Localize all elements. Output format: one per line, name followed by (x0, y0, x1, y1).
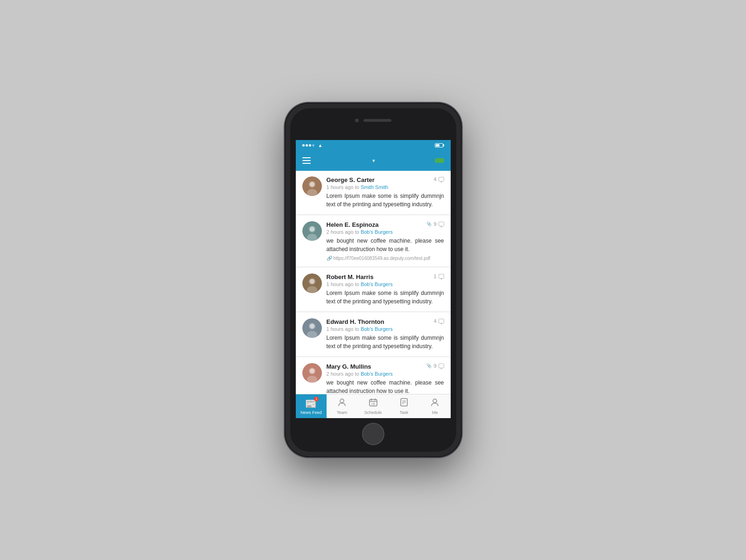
hamburger-line-1 (302, 157, 311, 158)
post-item[interactable]: Robert M. Harris 1 1 hours ago to Bob's … (296, 268, 451, 312)
task-icon (399, 398, 409, 409)
post-author: George S. Carter (327, 176, 375, 183)
post-meta-right: 1 (433, 273, 444, 279)
post-recipient: Bob's Burgers (361, 326, 393, 332)
hamburger-line-3 (302, 163, 311, 164)
post-body: Mary G. Mullins 📎 9 2 hours ago to Bob's… (327, 363, 444, 394)
post-meta-right: 4 (433, 176, 444, 182)
post-recipient: Bob's Burgers (361, 281, 393, 287)
avatar (302, 363, 322, 383)
post-time-to: 1 hours ago to Bob's Burgers (327, 326, 444, 332)
camera-dot (355, 119, 359, 122)
svg-point-19 (310, 369, 314, 373)
me-icon (430, 398, 439, 409)
post-link-url: https://f70ee016083549.as.deputy.com/tes… (334, 256, 431, 261)
svg-point-20 (340, 399, 344, 403)
tab-news-feed[interactable]: 📰 1 News Feed (296, 394, 327, 418)
hamburger-menu-icon[interactable] (302, 157, 311, 164)
avatar (302, 176, 322, 196)
battery-fill (436, 144, 439, 147)
comment-count: 9 (433, 221, 436, 227)
comment-count: 1 (433, 273, 436, 279)
post-body: Edward H. Thornton 4 1 hours ago to Bob'… (327, 318, 444, 350)
post-recipient: Bob's Burgers (361, 371, 393, 377)
signal-dots (302, 144, 314, 147)
tab-label: News Feed (300, 410, 322, 415)
post-time-to: 1 hours ago to Smith Smith (327, 184, 444, 190)
post-header: Robert M. Harris 1 (327, 273, 444, 280)
post-item[interactable]: Helen E. Espinoza 📎 9 2 hours ago to Bob… (296, 216, 451, 267)
svg-point-15 (310, 324, 314, 329)
post-header: Edward H. Thornton 4 (327, 318, 444, 325)
team-icon (337, 398, 347, 409)
phone-top-hardware (355, 119, 391, 122)
phone-frame: ▲ (285, 103, 462, 457)
link-icon: 🔗 (327, 256, 332, 261)
comment-icon (439, 319, 444, 323)
signal-dot-3 (309, 144, 311, 147)
post-text: we bought new coffee machine. please see… (327, 237, 444, 253)
tab-me[interactable]: Me (419, 394, 450, 418)
news-badge: 1 (314, 397, 319, 401)
post-author: Mary G. Mullins (327, 363, 371, 370)
post-text: we bought new coffee machine. please see… (327, 378, 444, 394)
attachment-icon: 📎 (426, 222, 432, 226)
svg-point-7 (310, 227, 314, 231)
comment-count: 4 (433, 318, 436, 324)
avatar (302, 318, 322, 338)
post-meta-right: 📎 9 (426, 221, 444, 227)
home-button[interactable] (362, 423, 384, 445)
tab-task[interactable]: Task (389, 394, 419, 418)
post-text: Lorem Ipsum make some is simplify dummnj… (327, 334, 444, 350)
battery-tip (443, 144, 444, 147)
comment-count: 9 (433, 363, 436, 369)
status-left: ▲ (302, 143, 323, 148)
post-body: George S. Carter 4 1 hours ago to Smith … (327, 176, 444, 209)
post-item[interactable]: Edward H. Thornton 4 1 hours ago to Bob'… (296, 313, 451, 357)
post-text: Lorem Ipsum make some is simplify dummnj… (327, 289, 444, 306)
status-bar: ▲ (296, 140, 451, 150)
post-time-to: 1 hours ago to Bob's Burgers (327, 281, 444, 287)
tab-schedule[interactable]: Schedule (357, 394, 388, 418)
svg-point-11 (310, 279, 314, 284)
wifi-icon: ▲ (318, 143, 323, 148)
post-meta-right: 📎 9 (426, 363, 444, 369)
svg-rect-21 (370, 399, 377, 406)
nav-chevron-icon: ▼ (371, 158, 376, 163)
svg-point-3 (310, 182, 314, 187)
post-header: Helen E. Espinoza 📎 9 (327, 221, 444, 228)
post-item[interactable]: Mary G. Mullins 📎 9 2 hours ago to Bob's… (296, 357, 451, 394)
tab-label: Me (432, 410, 438, 415)
tab-team[interactable]: Team (327, 394, 357, 418)
comment-icon (439, 364, 444, 368)
post-body: Helen E. Espinoza 📎 9 2 hours ago to Bob… (327, 221, 444, 261)
nav-title: ▼ (369, 158, 376, 163)
screen: ▲ (296, 140, 451, 418)
svg-point-33 (433, 399, 437, 403)
post-header: George S. Carter 4 (327, 176, 444, 183)
status-right (432, 143, 444, 147)
post-header: Mary G. Mullins 📎 9 (327, 363, 444, 370)
new-post-button[interactable] (435, 158, 444, 163)
hamburger-line-2 (302, 160, 311, 161)
tab-bar: 📰 1 News Feed Team Schedule (296, 394, 451, 418)
post-text: Lorem Ipsum make some is simplify dummnj… (327, 192, 444, 209)
battery-body (435, 143, 443, 147)
signal-dot-4 (312, 144, 314, 147)
signal-dot-2 (306, 144, 308, 147)
tab-label: Task (400, 410, 409, 415)
post-time-to: 2 hours ago to Bob's Burgers (327, 371, 444, 377)
speaker-bar (363, 119, 391, 122)
tab-label: Schedule (364, 410, 382, 415)
tab-label: Team (337, 410, 347, 415)
post-recipient: Bob's Burgers (361, 229, 393, 235)
nav-bar: ▼ (296, 150, 451, 171)
schedule-icon (369, 398, 378, 409)
post-meta-right: 4 (433, 318, 444, 324)
phone-device: ▲ (285, 103, 462, 457)
comment-icon (439, 177, 444, 182)
post-link[interactable]: 🔗 https://f70ee016083549.as.deputy.com/t… (327, 256, 444, 261)
post-item[interactable]: George S. Carter 4 1 hours ago to Smith … (296, 171, 451, 215)
feed-content[interactable]: George S. Carter 4 1 hours ago to Smith … (296, 171, 451, 394)
avatar (302, 221, 322, 241)
